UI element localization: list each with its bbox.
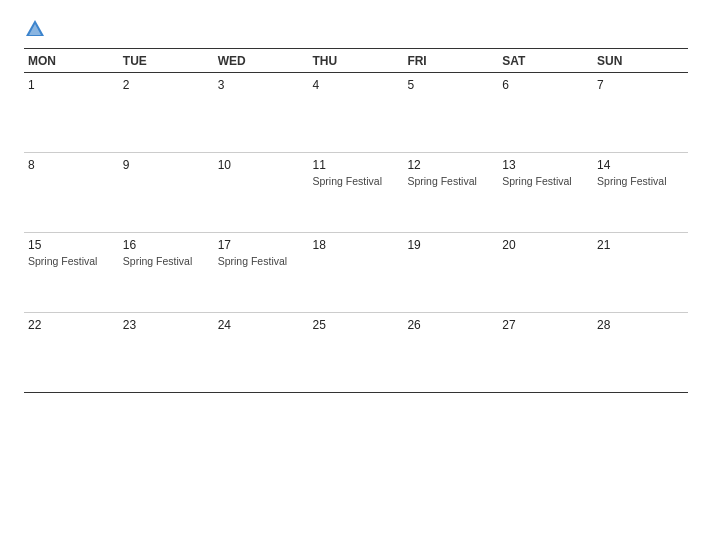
day-number-23: 23 (123, 318, 210, 332)
calendar-grid: MONTUEWEDTHUFRISATSUN 1234567891011Sprin… (24, 49, 688, 393)
day-cell-15: 15Spring Festival (24, 233, 119, 313)
day-cell-8: 8 (24, 153, 119, 233)
day-header-fri: FRI (403, 49, 498, 73)
day-cell-23: 23 (119, 313, 214, 393)
day-header-sat: SAT (498, 49, 593, 73)
event-label: Spring Festival (218, 255, 305, 269)
day-cell-16: 16Spring Festival (119, 233, 214, 313)
day-header-tue: TUE (119, 49, 214, 73)
day-number-15: 15 (28, 238, 115, 252)
day-cell-13: 13Spring Festival (498, 153, 593, 233)
event-label: Spring Festival (28, 255, 115, 269)
day-cell-28: 28 (593, 313, 688, 393)
day-cell-25: 25 (309, 313, 404, 393)
day-cell-24: 24 (214, 313, 309, 393)
day-cell-3: 3 (214, 73, 309, 153)
event-label: Spring Festival (407, 175, 494, 189)
day-number-1: 1 (28, 78, 115, 92)
day-header-thu: THU (309, 49, 404, 73)
event-label: Spring Festival (313, 175, 400, 189)
day-cell-10: 10 (214, 153, 309, 233)
day-cell-11: 11Spring Festival (309, 153, 404, 233)
day-cell-26: 26 (403, 313, 498, 393)
day-cell-4: 4 (309, 73, 404, 153)
day-number-26: 26 (407, 318, 494, 332)
day-cell-7: 7 (593, 73, 688, 153)
day-number-13: 13 (502, 158, 589, 172)
day-number-2: 2 (123, 78, 210, 92)
event-label: Spring Festival (502, 175, 589, 189)
logo (24, 18, 50, 40)
event-label: Spring Festival (597, 175, 684, 189)
day-number-16: 16 (123, 238, 210, 252)
day-cell-20: 20 (498, 233, 593, 313)
logo-icon (24, 18, 46, 40)
day-header-sun: SUN (593, 49, 688, 73)
header (24, 18, 688, 40)
day-number-11: 11 (313, 158, 400, 172)
day-cell-5: 5 (403, 73, 498, 153)
day-number-10: 10 (218, 158, 305, 172)
week-row-4: 22232425262728 (24, 313, 688, 393)
day-number-18: 18 (313, 238, 400, 252)
day-cell-21: 21 (593, 233, 688, 313)
day-cell-9: 9 (119, 153, 214, 233)
day-number-4: 4 (313, 78, 400, 92)
day-header-wed: WED (214, 49, 309, 73)
day-cell-22: 22 (24, 313, 119, 393)
week-row-2: 891011Spring Festival12Spring Festival13… (24, 153, 688, 233)
day-cell-14: 14Spring Festival (593, 153, 688, 233)
week-row-3: 15Spring Festival16Spring Festival17Spri… (24, 233, 688, 313)
calendar-container: MONTUEWEDTHUFRISATSUN 1234567891011Sprin… (0, 0, 712, 550)
day-number-3: 3 (218, 78, 305, 92)
day-number-25: 25 (313, 318, 400, 332)
day-header-mon: MON (24, 49, 119, 73)
day-cell-19: 19 (403, 233, 498, 313)
day-number-20: 20 (502, 238, 589, 252)
day-number-17: 17 (218, 238, 305, 252)
day-number-8: 8 (28, 158, 115, 172)
day-cell-27: 27 (498, 313, 593, 393)
day-number-22: 22 (28, 318, 115, 332)
day-cell-17: 17Spring Festival (214, 233, 309, 313)
day-cell-6: 6 (498, 73, 593, 153)
day-number-12: 12 (407, 158, 494, 172)
days-of-week-row: MONTUEWEDTHUFRISATSUN (24, 49, 688, 73)
day-cell-2: 2 (119, 73, 214, 153)
day-number-7: 7 (597, 78, 684, 92)
day-number-19: 19 (407, 238, 494, 252)
day-number-21: 21 (597, 238, 684, 252)
day-cell-1: 1 (24, 73, 119, 153)
event-label: Spring Festival (123, 255, 210, 269)
day-number-27: 27 (502, 318, 589, 332)
day-cell-18: 18 (309, 233, 404, 313)
day-number-5: 5 (407, 78, 494, 92)
day-number-14: 14 (597, 158, 684, 172)
day-number-6: 6 (502, 78, 589, 92)
day-cell-12: 12Spring Festival (403, 153, 498, 233)
week-row-1: 1234567 (24, 73, 688, 153)
day-number-28: 28 (597, 318, 684, 332)
day-number-24: 24 (218, 318, 305, 332)
day-number-9: 9 (123, 158, 210, 172)
